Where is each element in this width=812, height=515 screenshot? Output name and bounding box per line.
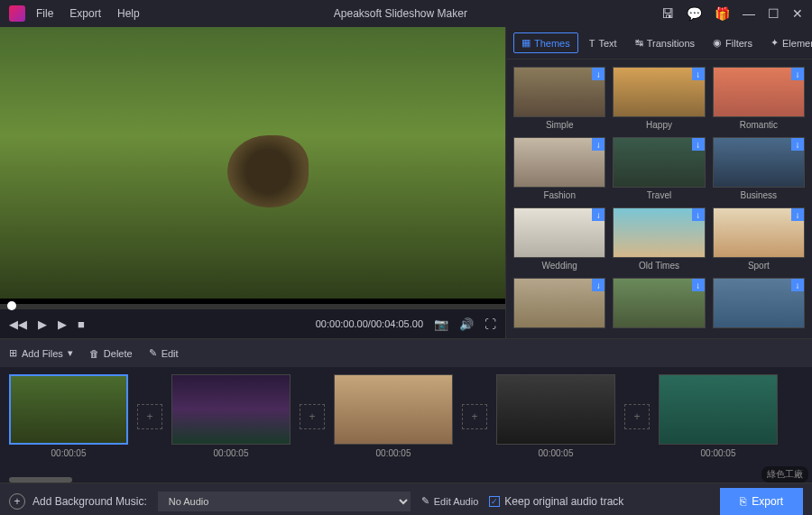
download-icon[interactable]: ↓ (592, 279, 604, 291)
main-menu: File Export Help (36, 7, 140, 20)
clip-wrap: 00:00:05 (9, 374, 128, 458)
export-button[interactable]: ⎘Export (720, 488, 803, 515)
timeline[interactable]: 00:00:05+00:00:05+00:00:05+00:00:05+00:0… (0, 367, 812, 474)
clip[interactable] (171, 374, 291, 445)
seek-bar[interactable] (0, 304, 505, 309)
tab-text[interactable]: TText (582, 32, 624, 53)
maximize-icon[interactable]: ☐ (768, 6, 780, 21)
theme-thumb: ↓ (513, 207, 605, 258)
theme-item[interactable]: ↓Simple (513, 67, 605, 130)
minimize-icon[interactable]: — (743, 6, 755, 21)
edit-button[interactable]: ✎Edit (149, 347, 179, 359)
theme-thumb: ↓ (713, 67, 805, 117)
themes-grid[interactable]: ↓Simple↓Happy↓Romantic↓Fashion↓Travel↓Bu… (506, 60, 812, 338)
download-icon[interactable]: ↓ (791, 279, 804, 291)
download-icon[interactable]: ↓ (791, 208, 804, 221)
export-icon: ⎘ (740, 495, 746, 508)
gift-icon[interactable]: 🎁 (715, 6, 730, 21)
clip[interactable] (659, 374, 778, 445)
app-logo (9, 5, 25, 22)
transition-slot[interactable]: + (624, 404, 650, 429)
clip[interactable] (334, 374, 453, 445)
theme-item[interactable]: ↓Wedding (513, 207, 605, 271)
bgm-label: Add Background Music: (32, 495, 147, 508)
theme-item[interactable]: ↓ (513, 278, 605, 331)
transition-icon: ↹ (635, 37, 643, 49)
snapshot-icon[interactable]: 📷 (434, 317, 448, 331)
edit-icon: ✎ (149, 347, 157, 359)
fullscreen-icon[interactable]: ⛶ (484, 317, 496, 331)
download-icon[interactable]: ↓ (692, 279, 705, 291)
theme-item[interactable]: ↓Travel (613, 137, 705, 200)
tab-filters[interactable]: ◉Filters (706, 32, 760, 53)
theme-item[interactable]: ↓Happy (613, 67, 705, 130)
theme-item[interactable]: ↓ (613, 278, 705, 331)
tab-elements[interactable]: ✦Elements (763, 32, 812, 53)
theme-thumb: ↓ (713, 278, 805, 328)
theme-label: Travel (613, 190, 705, 200)
clip[interactable] (9, 374, 128, 445)
clip[interactable] (496, 374, 615, 445)
player-controls: ◀◀ ▶ ▶ ■ 00:00:00.00/00:04:05.00 📷 🔊 ⛶ (0, 309, 505, 338)
tab-themes[interactable]: ▦Themes (513, 32, 578, 53)
main-area: ◀◀ ▶ ▶ ■ 00:00:00.00/00:04:05.00 📷 🔊 ⛶ ▦… (0, 27, 812, 338)
download-icon[interactable]: ↓ (791, 68, 804, 80)
audio-select[interactable]: No Audio (158, 492, 411, 511)
theme-thumb: ↓ (613, 207, 705, 258)
theme-label: Happy (613, 120, 705, 130)
add-files-button[interactable]: ⊞Add Files ▾ (9, 347, 73, 359)
download-icon[interactable]: ↓ (692, 208, 705, 221)
download-icon[interactable]: ↓ (692, 68, 705, 80)
theme-thumb: ↓ (713, 207, 805, 258)
audio-edit-icon: ✎ (421, 495, 429, 507)
add-music-button[interactable]: + (9, 493, 25, 510)
preview-column: ◀◀ ▶ ▶ ■ 00:00:00.00/00:04:05.00 📷 🔊 ⛶ (0, 27, 505, 338)
theme-item[interactable]: ↓Fashion (513, 137, 605, 200)
app-title: Apeaksoft Slideshow Maker (140, 7, 661, 20)
clip-duration: 00:00:05 (334, 448, 453, 458)
menu-export[interactable]: Export (69, 7, 101, 20)
download-icon[interactable]: ↓ (791, 138, 804, 151)
download-icon[interactable]: ↓ (692, 138, 705, 151)
timeline-row: 00:00:05+00:00:05+00:00:05+00:00:05+00:0… (9, 374, 803, 458)
theme-label: Business (713, 190, 805, 200)
stop-icon[interactable]: ■ (78, 317, 85, 331)
delete-button[interactable]: 🗑Delete (89, 348, 133, 359)
window-controls: 🖫 💬 🎁 — ☐ ✕ (661, 6, 803, 21)
step-icon[interactable]: ▶ (58, 317, 67, 331)
seek-knob[interactable] (7, 301, 16, 310)
transition-slot[interactable]: + (462, 404, 487, 429)
download-icon[interactable]: ↓ (592, 68, 604, 80)
theme-item[interactable]: ↓Romantic (713, 67, 805, 130)
download-icon[interactable]: ↓ (592, 138, 604, 151)
time-display: 00:00:00.00/00:04:05.00 (316, 318, 423, 329)
theme-item[interactable]: ↓Old Times (613, 207, 705, 271)
keep-audio-checkbox[interactable]: ✓ Keep original audio track (489, 495, 623, 508)
rewind-icon[interactable]: ◀◀ (9, 317, 27, 331)
menu-help[interactable]: Help (117, 7, 140, 20)
download-icon[interactable]: ↓ (592, 208, 604, 221)
message-icon[interactable]: 💬 (687, 6, 702, 21)
theme-item[interactable]: ↓Business (713, 137, 805, 200)
transition-slot[interactable]: + (300, 404, 325, 429)
watermark: 綠色工廠 (761, 466, 808, 483)
tab-transitions[interactable]: ↹Transitions (628, 32, 702, 53)
theme-item[interactable]: ↓Sport (713, 207, 805, 271)
preview-image[interactable] (0, 27, 505, 299)
transition-slot[interactable]: + (137, 404, 162, 429)
theme-item[interactable]: ↓ (713, 278, 805, 331)
close-icon[interactable]: ✕ (792, 6, 803, 21)
theme-label: Old Times (613, 261, 705, 271)
edit-audio-button[interactable]: ✎Edit Audio (421, 495, 479, 507)
volume-icon[interactable]: 🔊 (459, 317, 474, 331)
theme-thumb: ↓ (513, 278, 605, 328)
menu-file[interactable]: File (36, 7, 53, 20)
clip-wrap: 00:00:05 (496, 374, 615, 458)
theme-label: Romantic (713, 120, 805, 130)
save-icon[interactable]: 🖫 (661, 6, 674, 21)
keep-audio-label: Keep original audio track (504, 495, 623, 508)
trash-icon: 🗑 (89, 348, 99, 359)
theme-label: Sport (713, 261, 805, 271)
grid-icon: ▦ (521, 37, 531, 49)
play-icon[interactable]: ▶ (38, 317, 47, 331)
